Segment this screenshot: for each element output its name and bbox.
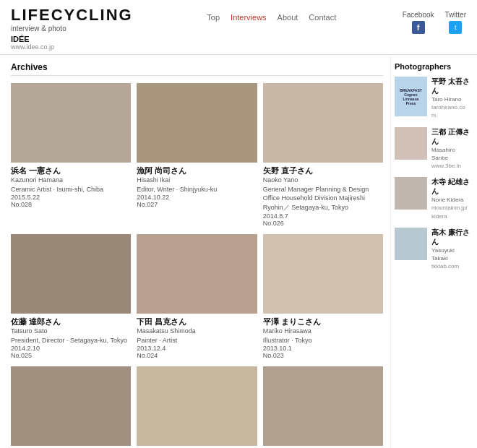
photographer-item[interactable]: 木寺 紀雄さん Norie Kidera mountainin.jp/kider… — [395, 177, 470, 220]
twitter-icon: t — [449, 21, 462, 34]
article-thumbnail — [263, 366, 383, 446]
article-date: 2014.8.7 — [263, 212, 383, 220]
header: LIFECYCLING interview & photo IDÉE www.i… — [0, 0, 477, 55]
idee-url: www.idee.co.jp — [11, 43, 141, 51]
article-name-en: Kazunori Hamana — [11, 176, 131, 185]
nav-contact[interactable]: Contact — [309, 13, 336, 22]
article-thumbnail — [137, 366, 257, 446]
article-role: President, Director · Setagaya-ku, Tokyo — [11, 336, 131, 345]
main-content: Archives 浜名 一憲さん Kazunori Hamana Ceramic… — [0, 55, 477, 448]
article-name-en: Masakatsu Shimoda — [137, 327, 257, 336]
facebook-icon: f — [412, 21, 425, 34]
article-role: Illustrator · Tokyo — [263, 336, 383, 345]
article-no: No.023 — [263, 352, 383, 359]
article-role: General Manager Planning & Design Office… — [263, 185, 383, 212]
article-role: Editor, Writer · Shinjyuku-ku — [137, 185, 257, 194]
photographer-photo — [395, 127, 427, 160]
photographer-item[interactable]: BREAKFASTCognexLinnaeusPress 平野 太吾さん Tar… — [395, 77, 470, 120]
article-name-en: Tatsuro Sato — [11, 327, 131, 336]
photographer-name-jp: 平野 太吾さん — [431, 77, 470, 95]
article-role: Ceramic Artist · Isumi-shi, Chiba — [11, 185, 131, 194]
photographer-name-en: Norie Kidera — [431, 196, 470, 204]
photographer-name-en: Taro Hirano — [431, 95, 470, 103]
site-title: LIFECYCLING — [11, 7, 141, 23]
article-no: No.028 — [11, 201, 131, 208]
article-name-jp: 矢野 直子さん — [263, 165, 383, 176]
photographer-name-en: Yasuyuki Takaki — [431, 246, 470, 262]
article-name-jp: 漁阿 尚司さん — [137, 165, 257, 176]
article-name-jp: 平澤 まりこさん — [263, 316, 383, 327]
article-name-en: Hisashi Ikai — [137, 176, 257, 185]
nav-interviews[interactable]: Interviews — [231, 13, 267, 22]
article-thumbnail — [263, 83, 383, 163]
article-date: 2013.12.4 — [137, 345, 257, 352]
article-no: No.026 — [263, 220, 383, 227]
article-thumbnail — [137, 234, 257, 314]
list-item[interactable]: 番葉子さん Kanako "LOTA PRODUCT" Designer, Il… — [263, 366, 383, 448]
photographer-item[interactable]: 三都 正傳さん Masahiro Sanbe www.3be.in — [395, 127, 470, 171]
archives-section: Archives 浜名 一憲さん Kazunori Hamana Ceramic… — [0, 55, 390, 448]
article-no: No.024 — [137, 352, 257, 359]
idee-label: IDÉE — [11, 35, 141, 43]
article-role: Painter · Artist — [137, 336, 257, 345]
twitter-link[interactable]: Twitter t — [445, 11, 466, 34]
photographer-name-en: Masahiro Sanbe — [431, 146, 470, 162]
article-date: 2013.10.1 — [263, 345, 383, 352]
photographer-photo: BREAKFASTCognexLinnaeusPress — [395, 77, 427, 116]
photographers-sidebar: Photographers BREAKFASTCognexLinnaeusPre… — [390, 55, 477, 448]
archives-title: Archives — [11, 62, 383, 76]
photographer-url: www.3be.in — [431, 162, 470, 170]
articles-grid: 浜名 一憲さん Kazunori Hamana Ceramic Artist ·… — [11, 83, 383, 448]
photographer-url: mountainin.jp/kidera — [431, 204, 470, 220]
article-date: 2014.2.10 — [11, 345, 131, 352]
facebook-label: Facebook — [403, 11, 434, 19]
article-date: 2014.10.22 — [137, 194, 257, 201]
facebook-link[interactable]: Facebook f — [403, 11, 434, 34]
photographer-item[interactable]: 高木 廉行さん Yasuyuki Takaki tkklab.com — [395, 228, 470, 271]
article-name-jp: 浜名 一憲さん — [11, 165, 131, 176]
main-nav: Top Interviews About Contact — [141, 7, 403, 22]
article-thumbnail — [263, 234, 383, 314]
twitter-label: Twitter — [445, 11, 466, 19]
list-item[interactable]: 漁阿 尚司さん Hisashi Ikai Editor, Writer · Sh… — [137, 83, 257, 228]
list-item[interactable]: 下田 昌克さん Masakatsu Shimoda Painter · Arti… — [137, 234, 257, 361]
article-thumbnail — [11, 234, 131, 314]
photographer-name-jp: 高木 廉行さん — [431, 228, 470, 246]
sidebar-title: Photographers — [395, 62, 470, 71]
photographer-url: tkklab.com — [431, 262, 470, 270]
list-item[interactable]: 佐藤 達郎さん Tatsuro Sato President, Director… — [11, 234, 131, 361]
list-item[interactable]: 大熊 健郎さん Takeo Okuma Product Planning Man… — [11, 366, 131, 448]
article-name-jp: 佐藤 達郎さん — [11, 316, 131, 327]
logo-area: LIFECYCLING interview & photo IDÉE www.i… — [11, 7, 141, 51]
nav-top[interactable]: Top — [207, 13, 220, 22]
list-item[interactable]: 矢野 直子さん Naoko Yano General Manager Plann… — [263, 83, 383, 228]
article-name-en: Naoko Yano — [263, 176, 383, 185]
site-subtitle: interview & photo — [11, 25, 141, 33]
social-area: Facebook f Twitter t — [403, 7, 466, 34]
article-name-jp: 下田 昌克さん — [137, 316, 257, 327]
nav-about[interactable]: About — [278, 13, 298, 22]
article-no: No.025 — [11, 352, 131, 359]
photographer-name-jp: 木寺 紀雄さん — [431, 177, 470, 196]
article-no: No.027 — [137, 201, 257, 208]
article-thumbnail — [11, 83, 131, 163]
article-name-en: Mariko Hirasawa — [263, 327, 383, 336]
list-item[interactable]: 平澤 まりこさん Mariko Hirasawa Illustrator · T… — [263, 234, 383, 361]
photographer-photo — [395, 177, 427, 210]
article-thumbnail — [11, 366, 131, 446]
list-item[interactable]: 浜名 一憲さん Kazunori Hamana Ceramic Artist ·… — [11, 83, 131, 228]
photographer-photo — [395, 228, 427, 260]
photographer-url: tarohirano.com — [431, 103, 470, 119]
article-date: 2015.5.22 — [11, 194, 131, 201]
list-item[interactable]: 小池 南弘さん 小川 宗織さん Takahiro Koike, Nao Ogaw… — [137, 366, 257, 448]
article-thumbnail — [137, 83, 257, 163]
photographer-name-jp: 三都 正傳さん — [431, 127, 470, 146]
